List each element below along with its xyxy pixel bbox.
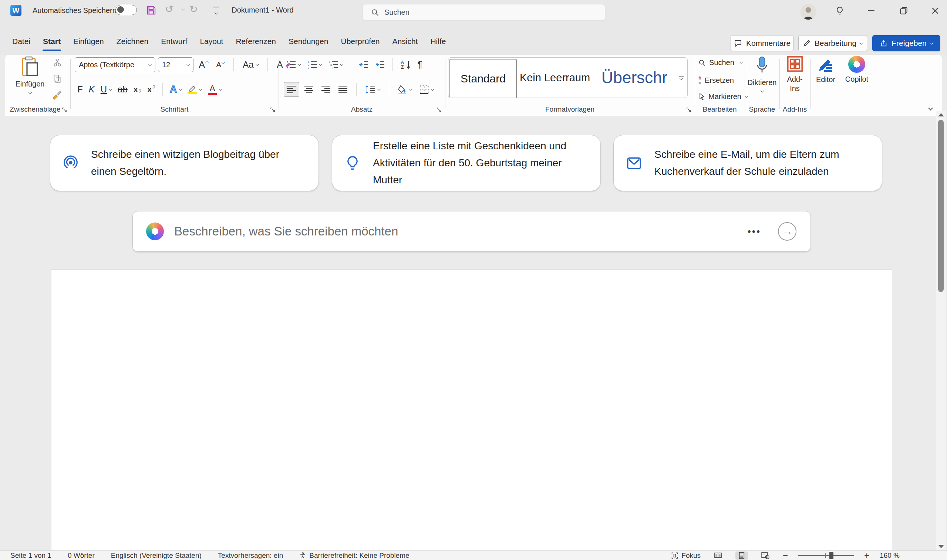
numbering-button[interactable]: 123 <box>305 57 324 72</box>
zoom-slider-thumb[interactable] <box>829 552 833 559</box>
language-indicator[interactable]: Englisch (Vereinigte Staaten) <box>111 551 202 560</box>
paste-button[interactable]: Einfügen <box>14 56 46 95</box>
subscript-button[interactable]: x2 <box>131 82 144 97</box>
suggestion-card-email[interactable]: Schreibe eine E-Mail, um die Eltern zum … <box>613 135 882 191</box>
tab-entwurf[interactable]: Entwurf <box>155 33 193 54</box>
sort-button[interactable]: AZ <box>398 57 413 72</box>
format-painter-button[interactable] <box>52 90 62 100</box>
multilevel-list-button[interactable]: 1ai <box>326 57 345 72</box>
align-left-button[interactable] <box>284 82 299 97</box>
addins-button[interactable]: Add- Ins <box>779 55 810 93</box>
close-icon[interactable] <box>930 6 940 16</box>
bold-button[interactable]: F <box>75 82 85 97</box>
strikethrough-button[interactable]: ab <box>115 82 130 97</box>
grow-font-button[interactable]: A <box>196 57 211 72</box>
copilot-draft-input[interactable] <box>174 225 748 238</box>
zoom-level[interactable]: 160 % <box>880 551 900 560</box>
document-page[interactable] <box>51 269 892 551</box>
dialog-launcher-icon[interactable] <box>62 107 67 113</box>
align-center-button[interactable] <box>301 82 316 97</box>
font-size-select[interactable]: 12 <box>158 57 193 72</box>
shrink-font-button[interactable]: A <box>213 57 227 72</box>
tab-hilfe[interactable]: Hilfe <box>424 33 452 54</box>
collapse-ribbon-button[interactable] <box>928 106 933 111</box>
bullets-button[interactable] <box>284 57 303 72</box>
comments-button[interactable]: Kommentare <box>731 35 793 51</box>
lightbulb-icon[interactable] <box>834 6 845 16</box>
dialog-launcher-icon[interactable] <box>436 107 442 113</box>
suggestion-card-blog[interactable]: Schreibe einen witzigen Blogbeitrag über… <box>50 135 319 191</box>
shading-button[interactable] <box>395 82 415 97</box>
read-mode-button[interactable] <box>711 551 725 560</box>
style-no-spacing[interactable]: Kein Leerraum <box>518 58 592 98</box>
scrollbar-up-button[interactable] <box>938 113 944 117</box>
change-case-button[interactable]: Aa <box>240 57 261 72</box>
tab-ueberpruefen[interactable]: Überprüfen <box>335 33 386 54</box>
save-icon[interactable] <box>146 5 157 16</box>
undo-chevron-icon[interactable] <box>182 7 185 11</box>
style-heading[interactable]: Überschr <box>592 58 677 98</box>
customize-toolbar-icon[interactable] <box>213 7 219 15</box>
tab-start[interactable]: Start <box>37 33 67 54</box>
copy-button[interactable] <box>52 74 62 83</box>
scrollbar-thumb[interactable] <box>938 120 944 292</box>
word-count[interactable]: 0 Wörter <box>68 551 95 560</box>
increase-indent-button[interactable] <box>373 57 387 72</box>
style-standard[interactable]: Standard <box>449 59 517 98</box>
search-input[interactable] <box>384 8 584 17</box>
italic-button[interactable]: K <box>86 82 97 97</box>
zoom-out-button[interactable]: − <box>783 551 788 560</box>
autosave-toggle[interactable] <box>116 5 137 15</box>
suggestion-card-gifts[interactable]: Erstelle eine Liste mit Geschenkideen un… <box>332 135 601 191</box>
restore-icon[interactable] <box>899 6 909 16</box>
undo-icon[interactable]: ↺ <box>165 3 173 15</box>
highlight-button[interactable] <box>185 82 205 97</box>
zoom-slider[interactable] <box>798 552 854 559</box>
print-layout-button[interactable] <box>736 551 748 560</box>
dictate-button[interactable]: Diktieren <box>745 55 779 94</box>
scrollbar-down-button[interactable] <box>938 545 944 548</box>
more-options-button[interactable]: ••• <box>748 226 761 237</box>
find-button[interactable]: Suchen <box>699 58 742 67</box>
tab-layout[interactable]: Layout <box>193 33 229 54</box>
submit-arrow-button[interactable]: → <box>778 222 796 241</box>
accessibility-indicator[interactable]: Barrierefreiheit: Keine Probleme <box>299 551 409 560</box>
underline-button[interactable]: U <box>98 82 114 97</box>
borders-button[interactable] <box>417 82 436 97</box>
text-predictions-indicator[interactable]: Textvorhersagen: ein <box>218 551 283 560</box>
editor-button[interactable]: Editor <box>810 55 841 84</box>
dialog-launcher-icon[interactable] <box>270 107 276 113</box>
zoom-in-button[interactable]: + <box>864 551 869 560</box>
avatar[interactable] <box>800 4 816 20</box>
web-layout-button[interactable] <box>758 551 773 560</box>
redo-icon[interactable]: ↻ <box>190 3 198 15</box>
line-spacing-button[interactable] <box>362 82 383 97</box>
font-color-button[interactable]: A <box>205 82 224 97</box>
styles-gallery-more-button[interactable] <box>675 58 687 98</box>
copilot-draft-bar[interactable]: ••• → <box>133 211 811 252</box>
cut-button[interactable] <box>52 58 62 67</box>
share-button[interactable]: Freigeben <box>872 35 940 51</box>
justify-button[interactable] <box>336 82 350 97</box>
dialog-launcher-icon[interactable] <box>686 107 692 113</box>
tab-einfuegen[interactable]: Einfügen <box>67 33 110 54</box>
pilcrow-button[interactable]: ¶ <box>415 57 425 72</box>
minimize-icon[interactable] <box>866 6 876 16</box>
tab-datei[interactable]: Datei <box>6 33 37 54</box>
editing-mode-button[interactable]: Bearbeitung <box>798 35 867 51</box>
search-box[interactable] <box>362 4 605 21</box>
tab-zeichnen[interactable]: Zeichnen <box>110 33 155 54</box>
tab-ansicht[interactable]: Ansicht <box>386 33 424 54</box>
decrease-indent-button[interactable] <box>356 57 371 72</box>
align-right-button[interactable] <box>319 82 333 97</box>
page-indicator[interactable]: Seite 1 von 1 <box>10 551 51 560</box>
tab-referenzen[interactable]: Referenzen <box>229 33 282 54</box>
tab-sendungen[interactable]: Sendungen <box>282 33 335 54</box>
font-name-select[interactable]: Aptos (Textkörpe <box>75 57 155 72</box>
replace-button[interactable]: b c Ersetzen <box>699 75 734 85</box>
copilot-button[interactable]: Copilot <box>841 55 872 83</box>
superscript-button[interactable]: x2 <box>145 82 157 97</box>
text-effects-button[interactable]: A <box>167 82 185 97</box>
focus-button[interactable]: Fokus <box>671 551 701 560</box>
select-button[interactable]: Markieren <box>699 92 748 101</box>
